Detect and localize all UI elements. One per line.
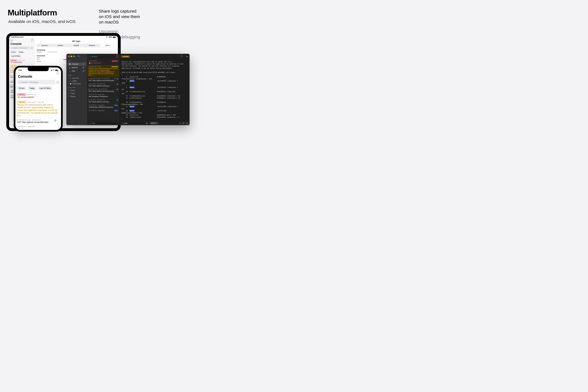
log-item[interactable]: 20:56:50.471· Application› (16, 124, 61, 129)
filter-labels[interactable]: 🏷Labels (66, 80, 87, 82)
filter-input[interactable]: Filter (88, 122, 118, 124)
queued-bar (48, 52, 58, 52)
pin-icon: 📌 (114, 78, 116, 80)
tab-summary[interactable]: Summary (37, 44, 53, 47)
iphone-device-frame: 8:57 Console Search 7 messages ErrorsTod… (14, 66, 63, 130)
level-badge: CRITICAL (17, 94, 26, 96)
filter-time-period[interactable]: 🕒Time Period (66, 82, 87, 85)
log-detail-text[interactable]: Replace this implementation with code to… (120, 59, 190, 121)
log-line: 💥 0xDEADBEEF (10, 62, 33, 63)
log-item[interactable]: 200 (OK) ·18:13:36.794GET https://github… (87, 98, 120, 104)
close-button[interactable] (68, 56, 70, 57)
search-icon (11, 47, 13, 48)
filter-pill[interactable]: Last 20 Mins (38, 86, 52, 90)
status-dot (88, 78, 90, 79)
sidebar-toggle-icon[interactable] (10, 40, 13, 41)
share-icon[interactable] (31, 40, 33, 42)
pin-icon: 📌 (69, 70, 71, 72)
chevron-right-icon (68, 83, 69, 84)
zoom-button[interactable] (73, 56, 75, 57)
search-match: UIKit (130, 86, 134, 88)
log-item[interactable]: 404 (Not Found) ·20:56:50.472GET https:/… (16, 118, 61, 124)
iphone-time: 8:57 (18, 69, 22, 71)
level-badge: CRITICAL (112, 60, 118, 62)
globe-icon (116, 99, 118, 101)
quick-filter-today[interactable]: ◔Today (66, 92, 87, 95)
log-item[interactable]: 200 (OK) ·18:13:36.795GET https://github… (87, 82, 120, 88)
filter-list-icon[interactable] (56, 81, 59, 84)
clear-icon[interactable] (146, 122, 148, 124)
console-title: Console (10, 42, 33, 46)
log-line: Replace this implementation with code to… (88, 68, 118, 76)
status-dot (88, 84, 90, 84)
level-badge: INFO (114, 104, 118, 106)
find-value: UIKit (124, 122, 128, 124)
log-line: GET https://github.com/repos (88, 85, 118, 87)
log-item[interactable]: 302 (Found) ·18:13:36.794GET https://git… (87, 88, 120, 93)
next-match-button[interactable]: › (186, 122, 188, 124)
search-icon (90, 122, 91, 124)
filter-pill[interactable]: Errors (17, 86, 26, 90)
wifi-icon (106, 36, 108, 38)
log-line: Will navigate to Dashboard (88, 96, 118, 97)
sidebar-toggle-icon[interactable] (78, 56, 80, 57)
share-icon[interactable] (57, 72, 58, 74)
tab-metrics[interactable]: Metrics (100, 44, 116, 47)
page-title: Multiplatform (8, 8, 76, 17)
filter-pill[interactable]: Today (18, 50, 24, 54)
log-item[interactable]: 404 (Not Found) ·18:13:36.795📌GET https:… (87, 77, 120, 82)
mac-window: Menu 💬Console9☁Network4📌Pins2 Filters ⚑L… (66, 54, 190, 125)
log-item[interactable]: 18:13:36.782 · ApplicationINFOUIApplicat… (87, 104, 120, 109)
cellular-icon (50, 70, 52, 71)
tab-response[interactable]: Response (84, 44, 100, 47)
detail-tabs[interactable]: SummaryHeadersRequestResponseMetrics (36, 44, 116, 47)
share-icon[interactable] (181, 56, 182, 58)
chevron-right-icon (68, 78, 69, 78)
find-input[interactable]: UIKit (121, 122, 149, 124)
log-line: 💥 0xDEADBEEF (88, 62, 118, 64)
prev-match-button[interactable]: ‹ (182, 122, 185, 124)
ipad-statusbar: 9:09 PM Sun Feb 7 100% (9, 36, 118, 39)
minimize-button[interactable] (71, 56, 72, 57)
search-input[interactable]: Search (88, 55, 115, 58)
filter-list-icon[interactable] (31, 46, 33, 49)
pin-icon[interactable]: 📌 (186, 55, 188, 58)
options-dropdown[interactable]: Options⌄ (150, 122, 158, 124)
log-item[interactable]: WARNING20:56:50.472· Auth📌Replace this i… (16, 100, 61, 118)
log-item[interactable]: 18:13:36.795 · AuthWARNINGReplace this i… (87, 65, 120, 77)
battery-icon (113, 36, 116, 38)
tab-request[interactable]: Request (68, 44, 84, 47)
log-item[interactable]: 18:13:36.782 · ApplicationINFO (87, 109, 120, 112)
filter-log-level[interactable]: ⚑Log Level (66, 77, 87, 80)
status-dot (10, 85, 11, 86)
status-dot (88, 89, 90, 90)
log-line: GET https://github.com/profile/valdo (88, 80, 118, 81)
chevron-right-icon: › (59, 126, 59, 128)
detail-level-badge: WARNING (121, 56, 130, 58)
level-badge: CRITICAL (10, 60, 17, 61)
filter-pill[interactable]: Errors (10, 50, 17, 54)
level-badge: INFO (114, 110, 118, 112)
sidebar-item-network[interactable]: ☁Network4 (67, 66, 86, 69)
chevron-right-icon (68, 80, 69, 81)
level-badge: WARNING (111, 66, 118, 68)
sidebar-item-pins[interactable]: 📌Pins2 (67, 70, 86, 73)
pin-icon: 📌 (42, 102, 44, 103)
log-item[interactable]: 18:13:36.795CRITICAL💥 0xDEADBEEF (87, 59, 120, 65)
share-icon[interactable] (116, 56, 118, 58)
filter-pill[interactable]: Last 20 Mins (10, 54, 22, 58)
search-input[interactable]: Search 7 messages (10, 46, 30, 50)
filter-placeholder: Filter (92, 122, 95, 124)
quick-filter-recent[interactable]: ↻Recent (66, 95, 87, 98)
cloud-icon: ☁ (69, 67, 70, 68)
search-input[interactable]: Search 7 messages (17, 80, 56, 84)
quick-filter-errors[interactable]: ⊘Errors (66, 89, 87, 92)
filter-pill[interactable]: Today (28, 86, 36, 90)
sidebar-item-console[interactable]: 💬Console9 (67, 62, 86, 66)
log-item[interactable]: 18:13:36.794 · ApplicationWill navigate … (87, 93, 120, 98)
log-item[interactable]: CRITICAL20:56:50.472💥 0xDEADBEEF› (16, 92, 61, 100)
detail-title: GET /login (34, 39, 118, 44)
log-item[interactable]: CRITICAL21:08:47.791💥 0xDEADBEEF (9, 59, 34, 64)
log-line: UIApplication.willEnterForeground (88, 106, 118, 108)
tab-headers[interactable]: Headers (53, 44, 68, 47)
